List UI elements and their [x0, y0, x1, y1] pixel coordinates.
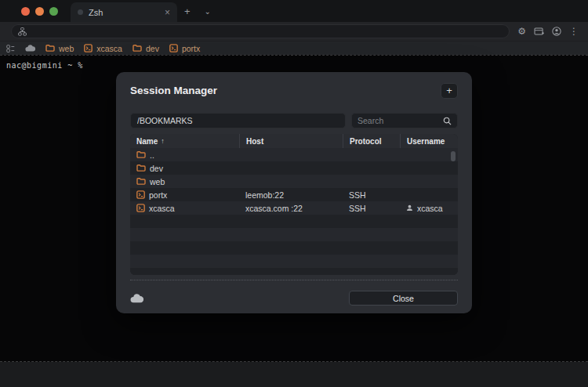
sort-asc-icon: ↑ [161, 137, 165, 145]
table-body: .. dev [130, 148, 458, 275]
dialog-title: Session Manager [130, 85, 217, 96]
tab-activity-icon [78, 9, 83, 15]
bookmark-label: dev [146, 44, 159, 53]
user-icon [406, 204, 413, 212]
dialog-inputs-row [130, 113, 458, 128]
column-header-host[interactable]: Host [239, 134, 343, 148]
address-input[interactable] [11, 24, 510, 38]
table-row[interactable]: web [130, 175, 458, 188]
folder-icon [45, 45, 55, 52]
bookmark-label: portx [182, 44, 200, 53]
zoom-window-icon[interactable] [49, 7, 58, 16]
terminal-session-icon [136, 204, 145, 212]
table-row[interactable]: dev [130, 161, 458, 175]
path-input[interactable] [130, 113, 346, 128]
traffic-lights [0, 0, 71, 22]
bookmark-item-portx[interactable]: portx [169, 44, 200, 53]
close-window-icon[interactable] [21, 7, 30, 16]
bookmark-label: web [59, 44, 74, 53]
bookmarks-bar: web xcasca dev portx [0, 41, 588, 55]
terminal-session-icon [84, 44, 93, 52]
session-manager-dialog: Session Manager + Name ↑ Host Protocol [116, 72, 472, 313]
terminal-prompt: nac@bigmini ~ % [6, 61, 582, 70]
table-row[interactable]: .. [130, 148, 458, 161]
cloud-icon[interactable] [130, 294, 143, 303]
search-input[interactable] [358, 116, 440, 125]
new-window-icon[interactable] [534, 27, 544, 36]
tab-close-icon[interactable]: × [165, 7, 170, 18]
search-box[interactable] [351, 113, 458, 128]
minimize-window-icon[interactable] [35, 7, 44, 16]
addressbar-actions: ⚙ ⋮ [514, 27, 582, 36]
bookmark-item-xcasca[interactable]: xcasca [84, 44, 122, 53]
settings-gear-icon[interactable]: ⚙ [517, 27, 526, 36]
table-row[interactable]: xcasca xcasca.com :22 SSH xcasca [130, 201, 458, 215]
table-header: Name ↑ Host Protocol Username [130, 134, 458, 148]
close-button[interactable]: Close [349, 291, 458, 306]
search-icon [443, 117, 452, 125]
column-header-name[interactable]: Name ↑ [130, 134, 239, 148]
tab-zsh[interactable]: Zsh × [71, 2, 177, 22]
network-icon [18, 27, 27, 36]
tab-list-chevron-icon[interactable]: ⌄ [198, 0, 218, 22]
terminal-session-icon [136, 190, 145, 199]
cloud-sync-icon[interactable] [25, 45, 35, 52]
terminal-session-icon [169, 44, 178, 52]
user-account-icon[interactable] [552, 27, 561, 36]
tab-title: Zsh [89, 8, 159, 17]
folder-icon [136, 165, 146, 172]
bookmark-item-web[interactable]: web [45, 44, 74, 53]
sessions-table: Name ↑ Host Protocol Username .. [130, 134, 458, 275]
address-bar: ⚙ ⋮ [0, 22, 588, 41]
add-session-button[interactable]: + [441, 83, 458, 99]
folder-icon [136, 151, 146, 158]
scrollbar-thumb[interactable] [451, 151, 456, 161]
column-header-protocol[interactable]: Protocol [343, 134, 400, 148]
new-tab-button[interactable]: + [177, 0, 198, 22]
bookmarks-panel-icon[interactable] [6, 45, 15, 52]
folder-icon [132, 45, 142, 52]
table-row[interactable]: portx leemob:22 SSH [130, 188, 458, 201]
app-window: Zsh × + ⌄ ⚙ [0, 0, 588, 387]
dialog-footer: Close [130, 291, 458, 306]
footer-divider [130, 280, 458, 280]
bookmark-item-dev[interactable]: dev [132, 44, 159, 53]
dialog-header: Session Manager + [130, 72, 458, 99]
folder-icon [136, 178, 146, 185]
more-menu-icon[interactable]: ⋮ [569, 27, 579, 36]
bookmark-label: xcasca [96, 44, 122, 53]
column-header-username[interactable]: Username [400, 134, 448, 148]
titlebar: Zsh × + ⌄ [0, 0, 588, 22]
